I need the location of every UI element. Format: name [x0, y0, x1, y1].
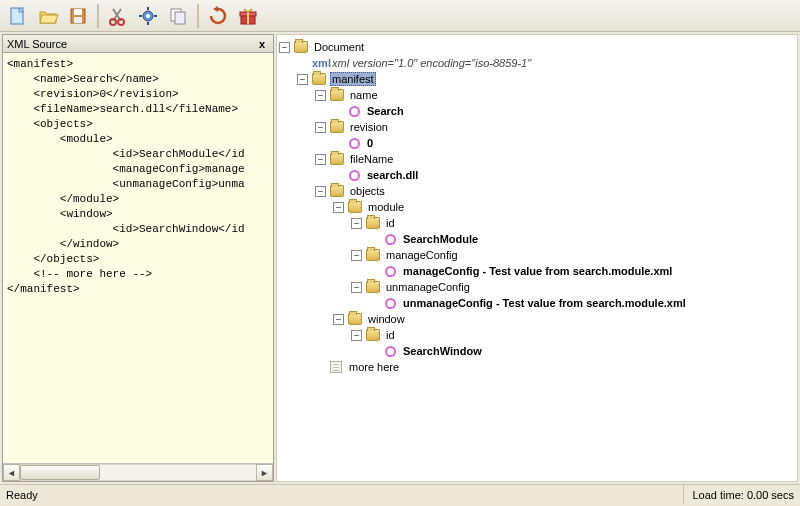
- node-label: module: [366, 201, 406, 213]
- tree-node-revision[interactable]: −revision: [279, 119, 795, 135]
- save-icon[interactable]: [64, 2, 92, 30]
- node-label: window: [366, 313, 407, 325]
- node-value: manageConfig - Test value from search.mo…: [401, 265, 674, 277]
- node-label: name: [348, 89, 380, 101]
- collapse-icon[interactable]: −: [333, 314, 344, 325]
- dom-tree: −Document xmlxml version="1.0" encoding=…: [279, 39, 795, 375]
- main-area: XML Source x <manifest> <name>Search</na…: [0, 32, 800, 484]
- tree-node-unmanageconfig[interactable]: −unmanageConfig: [279, 279, 795, 295]
- value-icon: [349, 170, 360, 181]
- node-label: xml version="1.0" encoding="iso-8859-1": [330, 57, 533, 69]
- tree-leaf[interactable]: SearchModule: [279, 231, 795, 247]
- svg-rect-16: [247, 12, 249, 24]
- folder-icon: [348, 201, 362, 213]
- tree-node-document[interactable]: −Document: [279, 39, 795, 55]
- folder-icon: [330, 153, 344, 165]
- tree-node-window-id[interactable]: −id: [279, 327, 795, 343]
- tree-panel: −Document xmlxml version="1.0" encoding=…: [276, 34, 798, 482]
- node-label: Document: [312, 41, 366, 53]
- collapse-icon[interactable]: −: [351, 282, 362, 293]
- collapse-icon[interactable]: −: [315, 90, 326, 101]
- collapse-icon[interactable]: −: [315, 154, 326, 165]
- xml-editor[interactable]: <manifest> <name>Search</name> <revision…: [3, 53, 273, 464]
- svg-rect-3: [74, 17, 82, 23]
- status-left: Ready: [6, 489, 38, 501]
- value-icon: [385, 266, 396, 277]
- xml-source-panel: XML Source x <manifest> <name>Search</na…: [2, 34, 274, 482]
- value-icon: [385, 234, 396, 245]
- node-value: 0: [365, 137, 375, 149]
- tree-node-manageconfig[interactable]: −manageConfig: [279, 247, 795, 263]
- tree-leaf[interactable]: 0: [279, 135, 795, 151]
- tree-node-module[interactable]: −module: [279, 199, 795, 215]
- panel-titlebar: XML Source x: [3, 35, 273, 53]
- folder-icon: [330, 89, 344, 101]
- collapse-icon[interactable]: −: [297, 74, 308, 85]
- cut-icon[interactable]: [104, 2, 132, 30]
- value-icon: [385, 298, 396, 309]
- status-bar: Ready Load time: 0.00 secs: [0, 484, 800, 504]
- gear-icon[interactable]: [134, 2, 162, 30]
- status-right: Load time: 0.00 secs: [683, 485, 794, 504]
- close-icon[interactable]: x: [255, 37, 269, 51]
- scroll-left-button[interactable]: ◄: [3, 464, 20, 481]
- tree-leaf[interactable]: manageConfig - Test value from search.mo…: [279, 263, 795, 279]
- node-label: manifest: [330, 72, 376, 86]
- refresh-icon[interactable]: [204, 2, 232, 30]
- collapse-icon[interactable]: −: [351, 250, 362, 261]
- svg-rect-13: [175, 12, 185, 24]
- tree-leaf[interactable]: SearchWindow: [279, 343, 795, 359]
- tree-leaf[interactable]: unmanageConfig - Test value from search.…: [279, 295, 795, 311]
- scroll-right-button[interactable]: ►: [256, 464, 273, 481]
- tree-node-filename[interactable]: −fileName: [279, 151, 795, 167]
- tree-node-comment[interactable]: more here: [279, 359, 795, 375]
- folder-icon: [366, 249, 380, 261]
- tree-node-module-id[interactable]: −id: [279, 215, 795, 231]
- gift-icon[interactable]: [234, 2, 262, 30]
- svg-point-4: [110, 19, 116, 25]
- collapse-icon[interactable]: −: [279, 42, 290, 53]
- horizontal-scrollbar[interactable]: ◄ ►: [3, 464, 273, 481]
- folder-icon: [366, 329, 380, 341]
- new-file-icon[interactable]: [4, 2, 32, 30]
- collapse-icon[interactable]: −: [315, 186, 326, 197]
- node-label: revision: [348, 121, 390, 133]
- tree-leaf[interactable]: Search: [279, 103, 795, 119]
- tree-node-manifest[interactable]: −manifest: [279, 71, 795, 87]
- value-icon: [349, 138, 360, 149]
- toolbar-separator: [97, 4, 99, 28]
- toolbar-separator: [197, 4, 199, 28]
- node-label: objects: [348, 185, 387, 197]
- collapse-icon[interactable]: −: [315, 122, 326, 133]
- panel-title-text: XML Source: [7, 38, 67, 50]
- tree-leaf[interactable]: search.dll: [279, 167, 795, 183]
- scroll-thumb[interactable]: [20, 465, 100, 480]
- value-icon: [349, 106, 360, 117]
- tree-node-objects[interactable]: −objects: [279, 183, 795, 199]
- tree-node-xmldecl[interactable]: xmlxml version="1.0" encoding="iso-8859-…: [279, 55, 795, 71]
- node-label: unmanageConfig: [384, 281, 472, 293]
- folder-icon: [330, 185, 344, 197]
- scroll-track[interactable]: [20, 464, 256, 481]
- collapse-icon[interactable]: −: [351, 218, 362, 229]
- node-label: id: [384, 217, 397, 229]
- svg-rect-2: [74, 9, 82, 15]
- node-value: SearchWindow: [401, 345, 484, 357]
- open-folder-icon[interactable]: [34, 2, 62, 30]
- xml-decl-icon: xml: [312, 57, 326, 69]
- collapse-icon[interactable]: −: [333, 202, 344, 213]
- node-label: manageConfig: [384, 249, 460, 261]
- svg-point-5: [118, 19, 124, 25]
- folder-icon: [330, 121, 344, 133]
- tree-node-window[interactable]: −window: [279, 311, 795, 327]
- node-value: SearchModule: [401, 233, 480, 245]
- tree-node-name[interactable]: −name: [279, 87, 795, 103]
- node-label: more here: [347, 361, 401, 373]
- copy-icon[interactable]: [164, 2, 192, 30]
- comment-icon: [330, 361, 342, 373]
- node-value: Search: [365, 105, 406, 117]
- folder-icon: [294, 41, 308, 53]
- svg-point-7: [146, 14, 150, 18]
- collapse-icon[interactable]: −: [351, 330, 362, 341]
- folder-icon: [366, 281, 380, 293]
